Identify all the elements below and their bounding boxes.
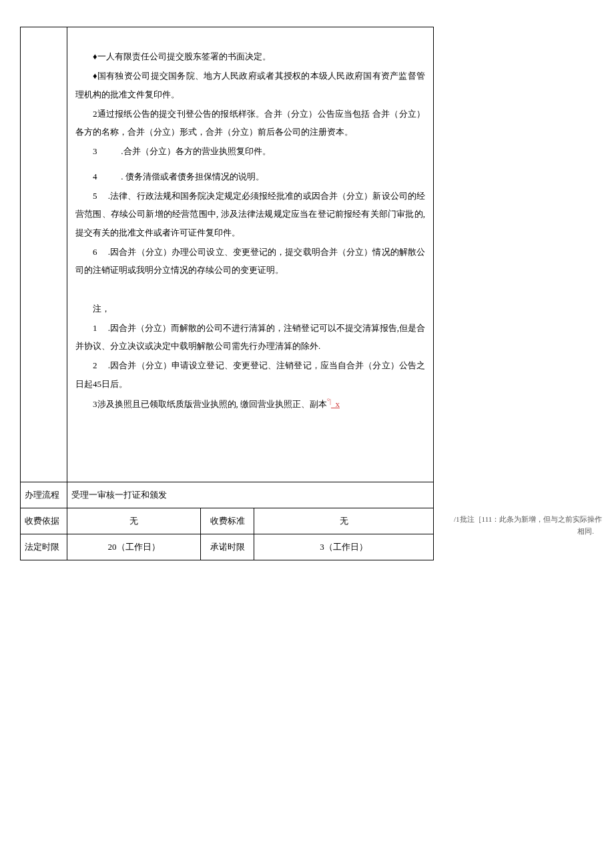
content-row-label: [21, 27, 67, 482]
process-row: 办理流程 受理一审核一打证和颁发: [21, 482, 433, 508]
fee-row: 收费依据 无 收费标准 无: [21, 508, 433, 534]
item-num: 6: [75, 243, 106, 261]
item-text: .因合并（分立）办理公司设立、变更登记的，提交载明合并（分立）情况的解散公司的注…: [75, 247, 425, 275]
note-1: 1 .因合并（分立）而解散的公司不进行清算的，注销登记可以不提交清算报告,但是合…: [75, 319, 425, 356]
process-label: 办理流程: [21, 482, 67, 508]
fee-std-value: 无: [254, 508, 433, 534]
item-text: .通过报纸公告的提交刊登公告的报纸样张。合并（分立）公告应当包括 合并（分立）各…: [75, 109, 425, 137]
note-num: 1: [75, 319, 106, 337]
annotation-line2: 相同.: [454, 526, 614, 538]
fee-std-label: 收费标准: [201, 508, 254, 534]
margin-annotation: /1批注［111：此条为新增，但与之前实际操作 相同.: [454, 514, 614, 537]
item-num: 4: [93, 167, 119, 185]
legal-time-value: 20（工作日）: [67, 534, 201, 560]
content-body: ♦一人有限责任公司提交股东签署的书面决定。 ♦国有独资公司提交国务院、地方人民政…: [67, 27, 433, 482]
item-6: 6 .因合并（分立）办理公司设立、变更登记的，提交载明合并（分立）情况的解散公司…: [75, 243, 425, 280]
note-2: 2 .因合并（分立）申请设立登记、变更登记、注销登记，应当自合并（分立）公告之日…: [75, 356, 425, 393]
note-num: 2: [75, 356, 106, 374]
note-text: .因合并（分立）申请设立登记、变更登记、注销登记，应当自合并（分立）公告之日起4…: [75, 360, 425, 388]
document-table: ♦一人有限责任公司提交股东签署的书面决定。 ♦国有独资公司提交国务院、地方人民政…: [20, 27, 434, 560]
item-text: .合并（分立）各方的营业执照复印件。: [121, 146, 270, 156]
item-text: . 债务清偿或者债务担保情况的说明。: [121, 171, 264, 181]
item-4: 4 . 债务清偿或者债务担保情况的说明。: [75, 167, 425, 185]
time-row: 法定时限 20（工作日） 承诺时限 3（工作日）: [21, 534, 433, 560]
promise-time-value: 3（工作日）: [254, 534, 433, 560]
item-text: .法律、行政法规和国务院决定规定必须报经批准的或因合并（分立）新设公司的经营范围…: [75, 191, 425, 238]
legal-time-label: 法定时限: [21, 534, 67, 560]
note-label: 注，: [75, 300, 425, 318]
promise-time-label: 承诺时限: [201, 534, 254, 560]
note3-prefix: 3涉及换照且已领取纸质版营业执照的, 缴回营业执照正、副本: [93, 399, 327, 409]
item-num: 3: [93, 142, 119, 160]
item-5: 5 .法律、行政法规和国务院决定规定必须报经批准的或因合并（分立）新设公司的经营…: [75, 187, 425, 242]
bullet-2: ♦国有独资公司提交国务院、地方人民政府或者其授权的本级人民政府国有资产监督管理机…: [75, 67, 425, 103]
item-num: 5: [75, 187, 106, 205]
note-3: 3涉及换照且已领取纸质版营业执照的, 缴回营业执照正、副本°|_x: [75, 394, 425, 414]
process-value: 受理一审核一打证和颁发: [67, 482, 433, 508]
content-row: ♦一人有限责任公司提交股东签署的书面决定。 ♦国有独资公司提交国务院、地方人民政…: [21, 27, 433, 482]
item-3: 3 .合并（分立）各方的营业执照复印件。: [75, 142, 425, 160]
item-num: 2: [75, 105, 93, 123]
note3-mark: _x: [331, 399, 340, 409]
note-text: .因合并（分立）而解散的公司不进行清算的，注销登记可以不提交清算报告,但是合并协…: [75, 323, 425, 351]
item-2: 2 .通过报纸公告的提交刊登公告的报纸样张。合并（分立）公告应当包括 合并（分立…: [75, 105, 425, 141]
fee-basis-label: 收费依据: [21, 508, 67, 534]
annotation-line1: /1批注［111：此条为新增，但与之前实际操作: [454, 514, 614, 526]
bullet-1: ♦一人有限责任公司提交股东签署的书面决定。: [75, 47, 425, 65]
fee-basis-value: 无: [67, 508, 201, 534]
